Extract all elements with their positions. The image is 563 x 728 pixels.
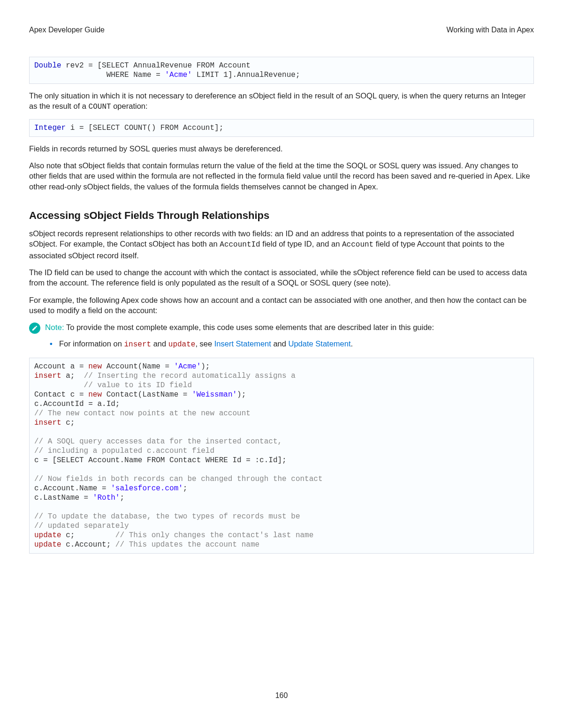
code-text: c; [61, 419, 75, 427]
text: operation: [111, 102, 148, 110]
note-content: Note: To provide the most complete examp… [45, 322, 434, 333]
code-text: a; [61, 372, 84, 380]
code-block-3: Account a = new Account(Name = 'Acme'); … [29, 358, 534, 554]
note-label: Note: [45, 323, 64, 332]
code-comment: // updated separately [34, 522, 129, 530]
code-comment: // Inserting the record automatically as… [84, 372, 296, 380]
text: , see [195, 339, 214, 348]
code-text: LIMIT 1].AnnualRevenue; [192, 71, 300, 79]
note-icon [29, 323, 40, 334]
page-header: Apex Developer Guide Working with Data i… [29, 26, 534, 34]
code-text: Contact(LastName = [102, 390, 192, 399]
code-text: rev2 = [SELECT AnnualRevenue FROM Accoun… [61, 61, 251, 70]
code-keyword: new [88, 362, 102, 371]
note-block: Note: To provide the most complete examp… [29, 322, 534, 334]
text: For information on [59, 339, 124, 348]
code-comment: // The new contact now points at the new… [34, 409, 251, 418]
code-comment: // Now fields in both records can be cha… [34, 475, 323, 483]
paragraph: sObject records represent relationships … [29, 228, 534, 261]
paragraph: Fields in records returned by SOSL queri… [29, 143, 534, 154]
code-string: 'Weissman' [192, 390, 237, 399]
code-text: c.Account; [61, 540, 115, 549]
text: and [271, 339, 289, 348]
code-text: c = [SELECT Account.Name FROM Contact WH… [34, 456, 287, 465]
code-text: c; [61, 531, 115, 540]
code-string: 'Roth' [93, 494, 120, 502]
code-keyword: update [34, 540, 61, 549]
inline-code: insert [124, 340, 151, 349]
code-text: ); [201, 362, 210, 371]
code-comment: // To update the database, the two types… [34, 512, 300, 521]
code-text: Contact c = [34, 390, 88, 399]
bullet-list: For information on insert and update, se… [50, 338, 534, 350]
code-comment: // This updates the account name [115, 540, 259, 549]
paragraph: Also note that sObject fields that conta… [29, 160, 534, 192]
code-comment: // This only changes the contact's last … [115, 531, 313, 540]
page-number: 160 [0, 691, 563, 700]
code-text: c.AccountId = a.Id; [34, 400, 120, 408]
text: field of type ID, and an [260, 240, 342, 248]
paragraph: For example, the following Apex code sho… [29, 295, 534, 316]
code-comment: // A SOQL query accesses data for the in… [34, 437, 282, 446]
code-keyword: new [88, 390, 102, 399]
code-comment: // value to its ID field [34, 381, 192, 390]
code-text: ); [237, 390, 246, 399]
code-text: ; [183, 484, 188, 493]
code-keyword: Integer [34, 124, 66, 132]
link-insert-statement[interactable]: Insert Statement [214, 339, 271, 348]
code-block-2: Integer i = [SELECT COUNT() FROM Account… [29, 119, 534, 137]
inline-code: update [168, 340, 196, 349]
inline-code: Account [342, 240, 373, 249]
code-keyword: insert [34, 372, 61, 380]
list-item: For information on insert and update, se… [50, 338, 534, 350]
code-text: Account(Name = [102, 362, 174, 371]
paragraph: The ID field can be used to change the a… [29, 267, 534, 288]
code-string: 'salesforce.com' [111, 484, 183, 493]
code-text: ; [120, 494, 124, 502]
code-keyword: Double [34, 61, 61, 70]
code-text: c.Account.Name = [34, 484, 111, 493]
code-block-1: Double rev2 = [SELECT AnnualRevenue FROM… [29, 57, 534, 84]
text: and [151, 339, 168, 348]
code-keyword: update [34, 531, 61, 540]
header-right: Working with Data in Apex [447, 26, 534, 34]
code-text: WHERE Name = [34, 71, 165, 79]
code-keyword: insert [34, 419, 61, 427]
text: . [351, 339, 353, 348]
paragraph: The only situation in which it is not ne… [29, 90, 534, 113]
code-text: i = [SELECT COUNT() FROM Account]; [66, 124, 223, 132]
code-string: 'Acme' [174, 362, 201, 371]
header-left: Apex Developer Guide [29, 26, 105, 34]
code-text: Account a = [34, 362, 88, 371]
inline-code: COUNT [89, 103, 111, 111]
code-comment: // including a populated c.account field [34, 447, 214, 455]
section-heading: Accessing sObject Fields Through Relatio… [29, 210, 534, 222]
link-update-statement[interactable]: Update Statement [289, 339, 351, 348]
code-string: 'Acme' [165, 71, 192, 79]
inline-code: AccountId [220, 240, 260, 249]
note-body: To provide the most complete example, th… [66, 323, 434, 331]
code-text: c.LastName = [34, 494, 93, 502]
